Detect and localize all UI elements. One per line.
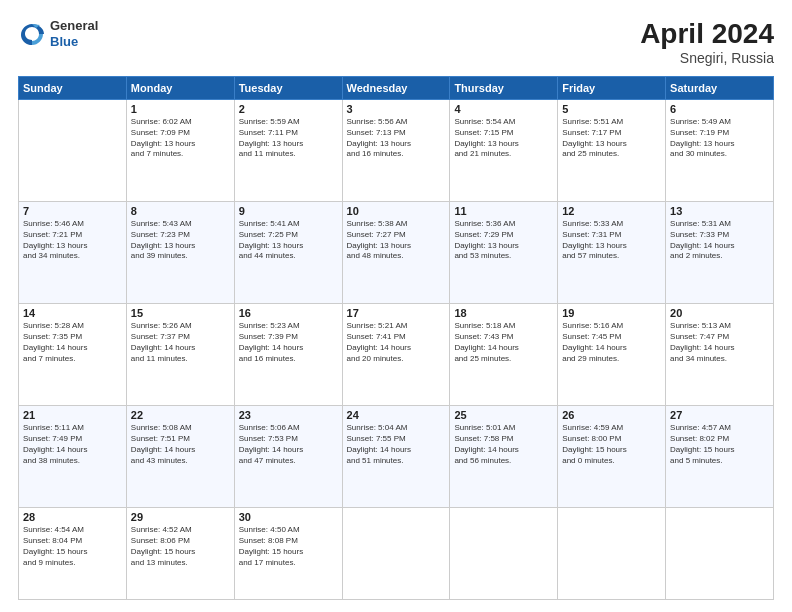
day-number: 8 [131, 205, 230, 217]
calendar-cell: 5Sunrise: 5:51 AM Sunset: 7:17 PM Daylig… [558, 100, 666, 202]
calendar-cell: 11Sunrise: 5:36 AM Sunset: 7:29 PM Dayli… [450, 202, 558, 304]
calendar-cell: 21Sunrise: 5:11 AM Sunset: 7:49 PM Dayli… [19, 406, 127, 508]
cell-info: Sunrise: 4:57 AM Sunset: 8:02 PM Dayligh… [670, 423, 769, 466]
calendar-cell: 16Sunrise: 5:23 AM Sunset: 7:39 PM Dayli… [234, 304, 342, 406]
cell-info: Sunrise: 5:49 AM Sunset: 7:19 PM Dayligh… [670, 117, 769, 160]
calendar-cell: 29Sunrise: 4:52 AM Sunset: 8:06 PM Dayli… [126, 508, 234, 600]
cell-info: Sunrise: 5:59 AM Sunset: 7:11 PM Dayligh… [239, 117, 338, 160]
day-number: 27 [670, 409, 769, 421]
calendar-cell: 18Sunrise: 5:18 AM Sunset: 7:43 PM Dayli… [450, 304, 558, 406]
cell-info: Sunrise: 5:06 AM Sunset: 7:53 PM Dayligh… [239, 423, 338, 466]
day-number: 10 [347, 205, 446, 217]
calendar-cell: 2Sunrise: 5:59 AM Sunset: 7:11 PM Daylig… [234, 100, 342, 202]
day-number: 24 [347, 409, 446, 421]
page: General Blue April 2024 Snegiri, Russia … [0, 0, 792, 612]
cell-info: Sunrise: 5:01 AM Sunset: 7:58 PM Dayligh… [454, 423, 553, 466]
calendar-cell: 12Sunrise: 5:33 AM Sunset: 7:31 PM Dayli… [558, 202, 666, 304]
calendar-cell: 9Sunrise: 5:41 AM Sunset: 7:25 PM Daylig… [234, 202, 342, 304]
calendar-cell: 17Sunrise: 5:21 AM Sunset: 7:41 PM Dayli… [342, 304, 450, 406]
cell-info: Sunrise: 5:21 AM Sunset: 7:41 PM Dayligh… [347, 321, 446, 364]
day-number: 16 [239, 307, 338, 319]
logo-general: General [50, 18, 98, 34]
calendar-cell: 20Sunrise: 5:13 AM Sunset: 7:47 PM Dayli… [666, 304, 774, 406]
day-number: 15 [131, 307, 230, 319]
cell-info: Sunrise: 5:36 AM Sunset: 7:29 PM Dayligh… [454, 219, 553, 262]
day-number: 21 [23, 409, 122, 421]
cell-info: Sunrise: 5:41 AM Sunset: 7:25 PM Dayligh… [239, 219, 338, 262]
cell-info: Sunrise: 5:16 AM Sunset: 7:45 PM Dayligh… [562, 321, 661, 364]
day-number: 4 [454, 103, 553, 115]
calendar-cell: 28Sunrise: 4:54 AM Sunset: 8:04 PM Dayli… [19, 508, 127, 600]
calendar-header-row: SundayMondayTuesdayWednesdayThursdayFrid… [19, 77, 774, 100]
cell-info: Sunrise: 5:28 AM Sunset: 7:35 PM Dayligh… [23, 321, 122, 364]
day-number: 12 [562, 205, 661, 217]
calendar-week-5: 28Sunrise: 4:54 AM Sunset: 8:04 PM Dayli… [19, 508, 774, 600]
calendar-week-2: 7Sunrise: 5:46 AM Sunset: 7:21 PM Daylig… [19, 202, 774, 304]
day-number: 6 [670, 103, 769, 115]
location: Snegiri, Russia [640, 50, 774, 66]
cell-info: Sunrise: 4:54 AM Sunset: 8:04 PM Dayligh… [23, 525, 122, 568]
calendar-cell: 4Sunrise: 5:54 AM Sunset: 7:15 PM Daylig… [450, 100, 558, 202]
day-number: 17 [347, 307, 446, 319]
cell-info: Sunrise: 5:13 AM Sunset: 7:47 PM Dayligh… [670, 321, 769, 364]
calendar-cell: 26Sunrise: 4:59 AM Sunset: 8:00 PM Dayli… [558, 406, 666, 508]
cell-info: Sunrise: 5:18 AM Sunset: 7:43 PM Dayligh… [454, 321, 553, 364]
col-header-tuesday: Tuesday [234, 77, 342, 100]
title-block: April 2024 Snegiri, Russia [640, 18, 774, 66]
day-number: 9 [239, 205, 338, 217]
cell-info: Sunrise: 5:04 AM Sunset: 7:55 PM Dayligh… [347, 423, 446, 466]
logo-text: General Blue [50, 18, 98, 49]
col-header-friday: Friday [558, 77, 666, 100]
calendar-table: SundayMondayTuesdayWednesdayThursdayFrid… [18, 76, 774, 600]
cell-info: Sunrise: 5:38 AM Sunset: 7:27 PM Dayligh… [347, 219, 446, 262]
calendar-cell [342, 508, 450, 600]
logo-icon [18, 20, 46, 48]
month-year: April 2024 [640, 18, 774, 50]
calendar-cell: 7Sunrise: 5:46 AM Sunset: 7:21 PM Daylig… [19, 202, 127, 304]
cell-info: Sunrise: 5:23 AM Sunset: 7:39 PM Dayligh… [239, 321, 338, 364]
day-number: 13 [670, 205, 769, 217]
col-header-monday: Monday [126, 77, 234, 100]
calendar-cell: 14Sunrise: 5:28 AM Sunset: 7:35 PM Dayli… [19, 304, 127, 406]
calendar-cell [558, 508, 666, 600]
calendar-week-1: 1Sunrise: 6:02 AM Sunset: 7:09 PM Daylig… [19, 100, 774, 202]
cell-info: Sunrise: 5:51 AM Sunset: 7:17 PM Dayligh… [562, 117, 661, 160]
day-number: 29 [131, 511, 230, 523]
cell-info: Sunrise: 5:33 AM Sunset: 7:31 PM Dayligh… [562, 219, 661, 262]
cell-info: Sunrise: 5:11 AM Sunset: 7:49 PM Dayligh… [23, 423, 122, 466]
calendar-cell: 24Sunrise: 5:04 AM Sunset: 7:55 PM Dayli… [342, 406, 450, 508]
day-number: 2 [239, 103, 338, 115]
header: General Blue April 2024 Snegiri, Russia [18, 18, 774, 66]
calendar-cell: 25Sunrise: 5:01 AM Sunset: 7:58 PM Dayli… [450, 406, 558, 508]
cell-info: Sunrise: 5:43 AM Sunset: 7:23 PM Dayligh… [131, 219, 230, 262]
calendar-cell [450, 508, 558, 600]
cell-info: Sunrise: 5:08 AM Sunset: 7:51 PM Dayligh… [131, 423, 230, 466]
day-number: 25 [454, 409, 553, 421]
day-number: 28 [23, 511, 122, 523]
day-number: 23 [239, 409, 338, 421]
calendar-cell: 30Sunrise: 4:50 AM Sunset: 8:08 PM Dayli… [234, 508, 342, 600]
day-number: 14 [23, 307, 122, 319]
cell-info: Sunrise: 5:54 AM Sunset: 7:15 PM Dayligh… [454, 117, 553, 160]
day-number: 30 [239, 511, 338, 523]
day-number: 20 [670, 307, 769, 319]
calendar-cell: 27Sunrise: 4:57 AM Sunset: 8:02 PM Dayli… [666, 406, 774, 508]
calendar-cell: 10Sunrise: 5:38 AM Sunset: 7:27 PM Dayli… [342, 202, 450, 304]
cell-info: Sunrise: 4:59 AM Sunset: 8:00 PM Dayligh… [562, 423, 661, 466]
calendar-cell: 6Sunrise: 5:49 AM Sunset: 7:19 PM Daylig… [666, 100, 774, 202]
calendar-cell: 23Sunrise: 5:06 AM Sunset: 7:53 PM Dayli… [234, 406, 342, 508]
col-header-wednesday: Wednesday [342, 77, 450, 100]
calendar-cell: 15Sunrise: 5:26 AM Sunset: 7:37 PM Dayli… [126, 304, 234, 406]
cell-info: Sunrise: 5:31 AM Sunset: 7:33 PM Dayligh… [670, 219, 769, 262]
calendar-cell: 22Sunrise: 5:08 AM Sunset: 7:51 PM Dayli… [126, 406, 234, 508]
cell-info: Sunrise: 5:56 AM Sunset: 7:13 PM Dayligh… [347, 117, 446, 160]
calendar-cell: 3Sunrise: 5:56 AM Sunset: 7:13 PM Daylig… [342, 100, 450, 202]
day-number: 22 [131, 409, 230, 421]
calendar-cell: 19Sunrise: 5:16 AM Sunset: 7:45 PM Dayli… [558, 304, 666, 406]
calendar-cell: 13Sunrise: 5:31 AM Sunset: 7:33 PM Dayli… [666, 202, 774, 304]
day-number: 11 [454, 205, 553, 217]
cell-info: Sunrise: 5:46 AM Sunset: 7:21 PM Dayligh… [23, 219, 122, 262]
cell-info: Sunrise: 6:02 AM Sunset: 7:09 PM Dayligh… [131, 117, 230, 160]
calendar-cell: 8Sunrise: 5:43 AM Sunset: 7:23 PM Daylig… [126, 202, 234, 304]
day-number: 26 [562, 409, 661, 421]
